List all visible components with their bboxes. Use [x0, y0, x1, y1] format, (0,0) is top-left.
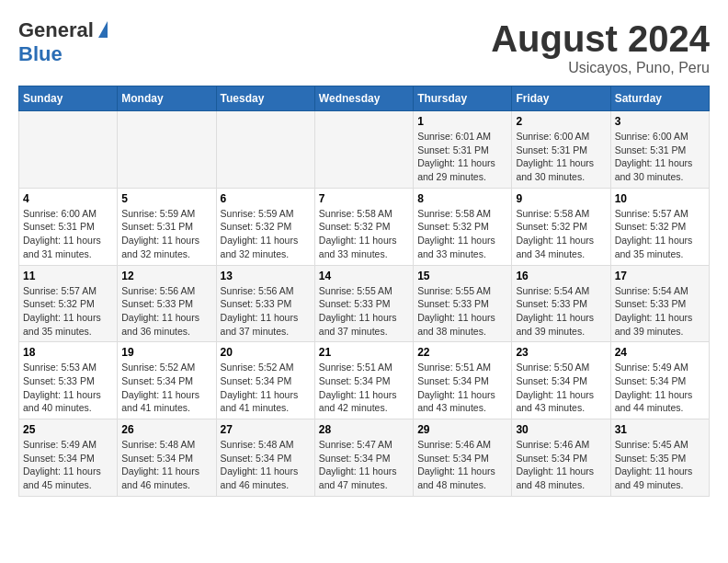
calendar-cell: 25Sunrise: 5:49 AMSunset: 5:34 PMDayligh… — [19, 419, 118, 497]
day-info: Sunrise: 5:46 AMSunset: 5:34 PMDaylight:… — [516, 438, 606, 492]
day-number: 16 — [516, 270, 606, 282]
day-number: 13 — [221, 270, 311, 282]
day-number: 1 — [417, 115, 507, 128]
day-info: Sunrise: 5:59 AMSunset: 5:31 PMDaylight:… — [121, 207, 211, 261]
day-info: Sunrise: 5:58 AMSunset: 5:32 PMDaylight:… — [417, 207, 507, 261]
calendar-cell: 28Sunrise: 5:47 AMSunset: 5:34 PMDayligh… — [314, 419, 413, 497]
calendar-cell: 3Sunrise: 6:00 AMSunset: 5:31 PMDaylight… — [610, 111, 709, 189]
calendar-cell: 31Sunrise: 5:45 AMSunset: 5:35 PMDayligh… — [610, 419, 709, 497]
calendar-cell: 6Sunrise: 5:59 AMSunset: 5:32 PMDaylight… — [216, 188, 314, 265]
day-number: 3 — [615, 115, 705, 128]
calendar-week-row: 18Sunrise: 5:53 AMSunset: 5:33 PMDayligh… — [19, 342, 710, 419]
day-number: 19 — [121, 346, 211, 359]
logo-blue: Blue — [18, 42, 63, 66]
day-info: Sunrise: 6:00 AMSunset: 5:31 PMDaylight:… — [615, 130, 705, 184]
calendar-cell: 16Sunrise: 5:54 AMSunset: 5:33 PMDayligh… — [512, 265, 610, 342]
calendar-header: SundayMondayTuesdayWednesdayThursdayFrid… — [19, 86, 710, 111]
logo-triangle-icon — [98, 21, 108, 38]
calendar-cell: 21Sunrise: 5:51 AMSunset: 5:34 PMDayligh… — [314, 342, 413, 419]
calendar-week-row: 4Sunrise: 6:00 AMSunset: 5:31 PMDaylight… — [19, 188, 710, 265]
calendar-cell: 26Sunrise: 5:48 AMSunset: 5:34 PMDayligh… — [118, 419, 216, 497]
day-info: Sunrise: 5:54 AMSunset: 5:33 PMDaylight:… — [516, 284, 606, 339]
day-info: Sunrise: 5:48 AMSunset: 5:34 PMDaylight:… — [221, 438, 311, 492]
calendar-cell: 10Sunrise: 5:57 AMSunset: 5:32 PMDayligh… — [610, 188, 709, 265]
day-of-week-header: Friday — [512, 86, 610, 111]
calendar-body: 1Sunrise: 6:01 AMSunset: 5:31 PMDaylight… — [19, 111, 710, 497]
calendar-cell — [216, 111, 314, 189]
day-of-week-header: Wednesday — [314, 86, 413, 111]
logo-general: General — [18, 18, 94, 42]
day-info: Sunrise: 5:54 AMSunset: 5:33 PMDaylight:… — [615, 284, 705, 339]
calendar-week-row: 11Sunrise: 5:57 AMSunset: 5:32 PMDayligh… — [19, 265, 710, 342]
day-number: 28 — [319, 423, 409, 436]
day-info: Sunrise: 5:55 AMSunset: 5:33 PMDaylight:… — [319, 284, 409, 339]
day-number: 17 — [615, 270, 705, 282]
location-subtitle: Usicayos, Puno, Peru — [491, 60, 710, 76]
day-number: 10 — [615, 192, 705, 205]
calendar-cell: 7Sunrise: 5:58 AMSunset: 5:32 PMDaylight… — [314, 188, 413, 265]
calendar-cell: 27Sunrise: 5:48 AMSunset: 5:34 PMDayligh… — [216, 419, 314, 497]
day-number: 4 — [23, 192, 113, 205]
day-info: Sunrise: 6:01 AMSunset: 5:31 PMDaylight:… — [417, 130, 507, 184]
calendar-cell: 13Sunrise: 5:56 AMSunset: 5:33 PMDayligh… — [216, 265, 314, 342]
calendar-cell: 1Sunrise: 6:01 AMSunset: 5:31 PMDaylight… — [414, 111, 512, 189]
calendar-week-row: 25Sunrise: 5:49 AMSunset: 5:34 PMDayligh… — [19, 419, 710, 497]
calendar-cell: 14Sunrise: 5:55 AMSunset: 5:33 PMDayligh… — [314, 265, 413, 342]
day-info: Sunrise: 5:49 AMSunset: 5:34 PMDaylight:… — [23, 438, 113, 492]
calendar-cell: 29Sunrise: 5:46 AMSunset: 5:34 PMDayligh… — [414, 419, 512, 497]
calendar-cell: 15Sunrise: 5:55 AMSunset: 5:33 PMDayligh… — [414, 265, 512, 342]
calendar-cell — [19, 111, 118, 189]
month-title: August 2024 — [491, 18, 710, 60]
day-number: 24 — [615, 346, 705, 359]
day-info: Sunrise: 6:00 AMSunset: 5:31 PMDaylight:… — [23, 207, 113, 261]
calendar-cell: 5Sunrise: 5:59 AMSunset: 5:31 PMDaylight… — [118, 188, 216, 265]
day-info: Sunrise: 5:55 AMSunset: 5:33 PMDaylight:… — [417, 284, 507, 339]
day-of-week-header: Thursday — [414, 86, 512, 111]
calendar-table: SundayMondayTuesdayWednesdayThursdayFrid… — [18, 86, 710, 497]
day-info: Sunrise: 5:51 AMSunset: 5:34 PMDaylight:… — [319, 361, 409, 415]
calendar-cell: 22Sunrise: 5:51 AMSunset: 5:34 PMDayligh… — [414, 342, 512, 419]
calendar-cell: 8Sunrise: 5:58 AMSunset: 5:32 PMDaylight… — [414, 188, 512, 265]
day-number: 7 — [319, 192, 409, 205]
day-info: Sunrise: 5:45 AMSunset: 5:35 PMDaylight:… — [615, 438, 705, 492]
calendar-cell: 20Sunrise: 5:52 AMSunset: 5:34 PMDayligh… — [216, 342, 314, 419]
calendar-cell: 9Sunrise: 5:58 AMSunset: 5:32 PMDaylight… — [512, 188, 610, 265]
day-info: Sunrise: 5:57 AMSunset: 5:32 PMDaylight:… — [23, 284, 113, 339]
day-info: Sunrise: 5:56 AMSunset: 5:33 PMDaylight:… — [221, 284, 311, 339]
calendar-cell: 17Sunrise: 5:54 AMSunset: 5:33 PMDayligh… — [610, 265, 709, 342]
day-number: 9 — [516, 192, 606, 205]
day-number: 31 — [615, 423, 705, 436]
day-info: Sunrise: 5:51 AMSunset: 5:34 PMDaylight:… — [417, 361, 507, 415]
day-info: Sunrise: 5:47 AMSunset: 5:34 PMDaylight:… — [319, 438, 409, 492]
header-row: SundayMondayTuesdayWednesdayThursdayFrid… — [19, 86, 710, 111]
day-info: Sunrise: 5:58 AMSunset: 5:32 PMDaylight:… — [319, 207, 409, 261]
day-info: Sunrise: 5:53 AMSunset: 5:33 PMDaylight:… — [23, 361, 113, 415]
day-info: Sunrise: 5:48 AMSunset: 5:34 PMDaylight:… — [121, 438, 211, 492]
calendar-cell: 23Sunrise: 5:50 AMSunset: 5:34 PMDayligh… — [512, 342, 610, 419]
calendar-cell: 4Sunrise: 6:00 AMSunset: 5:31 PMDaylight… — [19, 188, 118, 265]
day-number: 29 — [417, 423, 507, 436]
day-number: 18 — [23, 346, 113, 359]
day-number: 8 — [417, 192, 507, 205]
day-number: 25 — [23, 423, 113, 436]
day-info: Sunrise: 5:57 AMSunset: 5:32 PMDaylight:… — [615, 207, 705, 261]
day-number: 23 — [516, 346, 606, 359]
title-section: August 2024 Usicayos, Puno, Peru — [491, 18, 710, 76]
day-info: Sunrise: 5:46 AMSunset: 5:34 PMDaylight:… — [417, 438, 507, 492]
calendar-cell: 24Sunrise: 5:49 AMSunset: 5:34 PMDayligh… — [610, 342, 709, 419]
calendar-cell: 12Sunrise: 5:56 AMSunset: 5:33 PMDayligh… — [118, 265, 216, 342]
day-number: 12 — [121, 270, 211, 282]
day-info: Sunrise: 5:49 AMSunset: 5:34 PMDaylight:… — [615, 361, 705, 415]
day-info: Sunrise: 5:56 AMSunset: 5:33 PMDaylight:… — [121, 284, 211, 339]
day-number: 22 — [417, 346, 507, 359]
page-header: General Blue August 2024 Usicayos, Puno,… — [18, 18, 710, 76]
day-number: 30 — [516, 423, 606, 436]
day-info: Sunrise: 5:52 AMSunset: 5:34 PMDaylight:… — [121, 361, 211, 415]
day-info: Sunrise: 5:52 AMSunset: 5:34 PMDaylight:… — [221, 361, 311, 415]
day-of-week-header: Saturday — [610, 86, 709, 111]
calendar-cell: 18Sunrise: 5:53 AMSunset: 5:33 PMDayligh… — [19, 342, 118, 419]
day-number: 21 — [319, 346, 409, 359]
day-info: Sunrise: 6:00 AMSunset: 5:31 PMDaylight:… — [516, 130, 606, 184]
calendar-cell: 30Sunrise: 5:46 AMSunset: 5:34 PMDayligh… — [512, 419, 610, 497]
day-number: 5 — [121, 192, 211, 205]
